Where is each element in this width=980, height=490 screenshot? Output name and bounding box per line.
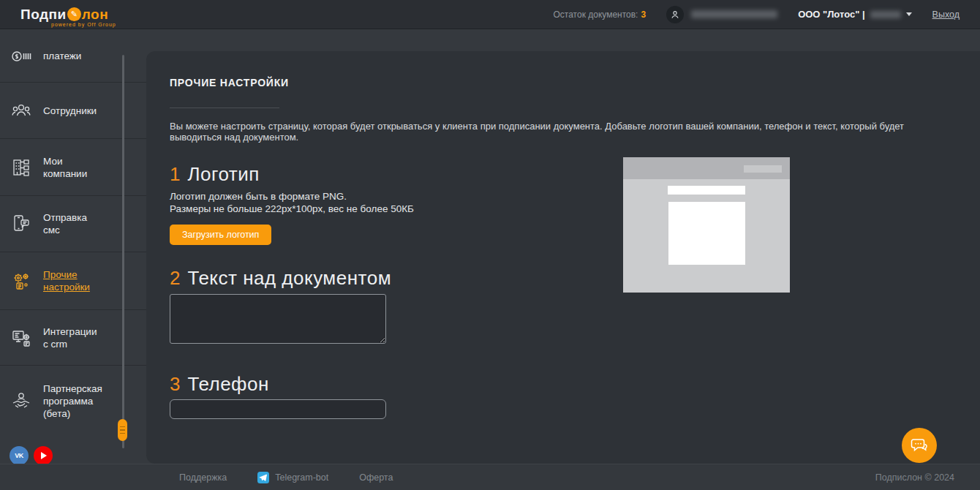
support-link[interactable]: Поддержка: [179, 472, 227, 483]
crm-icon: [9, 328, 34, 348]
sidebar-item-employees[interactable]: Сотрудники: [0, 83, 146, 139]
logo-hint-line2: Размеры не больше 222px*100px, вес не бо…: [170, 203, 951, 215]
sidebar-item-label: Интеграции с crm: [43, 325, 97, 350]
sidebar-item-crm-integrations[interactable]: Интеграции с crm: [0, 310, 146, 366]
document-text-textarea[interactable]: [170, 294, 386, 344]
settings-icon: [9, 271, 34, 291]
user-menu[interactable]: [666, 6, 777, 23]
telegram-bot-link[interactable]: Telegram-bot: [257, 472, 328, 483]
vk-icon[interactable]: VK: [10, 446, 29, 465]
elephant-logo-icon: ✎: [67, 7, 81, 21]
sidebar-item-label: Сотрудники: [43, 105, 97, 117]
page-description: Вы можете настроить страницу, которая бу…: [170, 121, 951, 143]
company-label: ООО "Лотос" |: [798, 9, 864, 20]
logout-link[interactable]: Выход: [932, 10, 960, 20]
payments-icon: [9, 47, 34, 66]
sidebar-item-label: платежи: [43, 50, 81, 62]
sidebar-item-sms[interactable]: Отправка смс: [0, 196, 146, 252]
sidebar-item-companies[interactable]: Мои компании: [0, 139, 146, 196]
section-title: Логотип: [187, 163, 259, 186]
docs-remaining-label: Остаток документов:: [553, 10, 638, 20]
header: Подпи ✎ лон powered by Off Group Остаток…: [0, 0, 980, 29]
user-name-blurred: [691, 10, 777, 18]
employees-icon: [9, 101, 34, 120]
footer: Поддержка Telegram-bot Оферта Подпислон …: [0, 464, 980, 490]
sidebar-item-label: Мои компании: [43, 155, 87, 180]
settings-panel: ПРОЧИЕ НАСТРОЙКИ Вы можете настроить стр…: [146, 51, 980, 464]
company-selector[interactable]: ООО "Лотос" |: [798, 9, 911, 20]
logo-tagline: powered by Off Group: [51, 22, 116, 27]
preview-text-placeholder: [668, 186, 745, 195]
section-title: Телефон: [187, 373, 268, 396]
preview-topbar: [623, 157, 790, 179]
copyright: Подпислон © 2024: [875, 472, 954, 483]
support-chat-button[interactable]: [902, 428, 937, 463]
sidebar-scrollbar-track[interactable]: [122, 55, 124, 448]
sidebar-item-label: Партнерская программа (бета): [43, 382, 102, 420]
logo-text-left: Подпи: [20, 7, 67, 23]
partner-icon: [9, 391, 34, 411]
logo-hint-line1: Логотип должен быть в формате PNG.: [170, 190, 951, 203]
sidebar-item-label: Прочие настройки: [43, 268, 90, 293]
section-phone-heading: 3 Телефон: [170, 373, 951, 396]
user-icon: [666, 6, 684, 23]
section-number: 1: [170, 163, 180, 186]
docs-remaining: Остаток документов:3: [553, 10, 646, 20]
title-divider: [170, 108, 279, 108]
youtube-icon[interactable]: [34, 446, 53, 465]
sidebar-item-other-settings[interactable]: Прочие настройки: [0, 252, 146, 310]
section-title: Текст над документом: [187, 267, 391, 290]
companies-icon: [9, 157, 34, 178]
sidebar: платежи Сотрудники Мои компании: [0, 30, 146, 490]
sidebar-item-payments[interactable]: платежи: [0, 30, 146, 83]
logo-text-right: лон: [82, 7, 108, 23]
social-links: VK: [10, 446, 53, 465]
chevron-down-icon: [906, 12, 912, 16]
company-id-blurred: [870, 11, 901, 18]
phone-input[interactable]: [170, 399, 386, 419]
preview-logo-placeholder: [744, 165, 782, 173]
app-logo[interactable]: Подпи ✎ лон powered by Off Group: [20, 7, 108, 23]
page-title: ПРОЧИЕ НАСТРОЙКИ: [170, 77, 951, 88]
docs-remaining-value: 3: [641, 10, 646, 20]
play-icon: [41, 452, 47, 459]
sms-icon: [9, 214, 34, 234]
section-number: 3: [170, 373, 180, 396]
sidebar-item-label: Отправка смс: [43, 211, 87, 236]
telegram-icon: [257, 472, 269, 483]
logo-requirements: Логотип должен быть в формате PNG. Разме…: [170, 190, 951, 215]
telegram-bot-label: Telegram-bot: [275, 472, 328, 483]
sidebar-scrollbar-handle[interactable]: [118, 419, 127, 441]
preview-body: [623, 179, 790, 293]
section-doc-text-heading: 2 Текст над документом: [170, 267, 951, 290]
preview-document-placeholder: [668, 202, 745, 265]
offer-link[interactable]: Оферта: [359, 472, 393, 483]
chat-icon: [910, 436, 929, 455]
upload-logo-button[interactable]: Загрузить логотип: [170, 225, 271, 245]
section-logo-heading: 1 Логотип: [170, 163, 951, 186]
client-page-preview: [623, 157, 790, 293]
section-number: 2: [170, 267, 180, 290]
